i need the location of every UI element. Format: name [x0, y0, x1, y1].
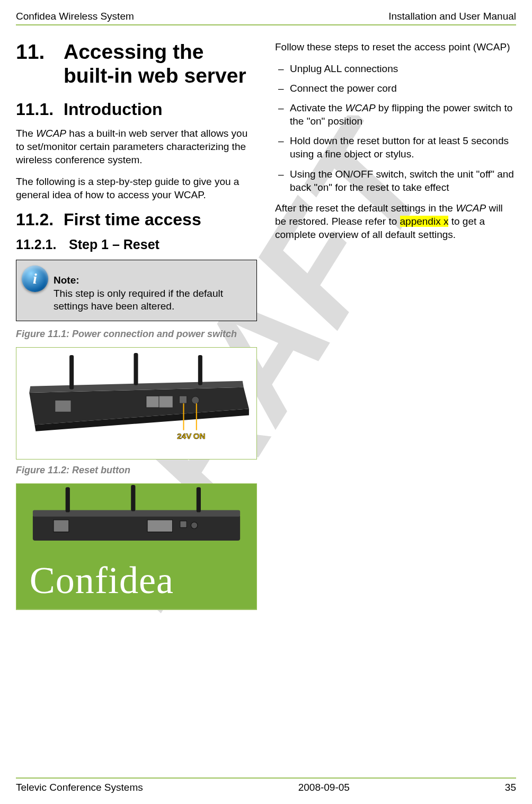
svg-rect-3 [134, 353, 138, 385]
svg-rect-16 [131, 485, 135, 511]
svg-rect-5 [55, 400, 71, 412]
reset-steps-list: – Unplug ALL connections – Connect the p… [275, 62, 516, 194]
figure-11-2-image: Confidea [16, 483, 257, 610]
right-column: Follow these steps to reset the access p… [275, 40, 516, 615]
heading-11-2: 11.2. First time access [16, 210, 257, 229]
svg-point-21 [191, 522, 197, 528]
svg-rect-18 [54, 520, 69, 532]
page-footer: Televic Conference Systems 2008-09-05 35 [16, 778, 516, 793]
heading-11: 11. Accessing the built-in web server [16, 40, 257, 88]
appendix-highlight: appendix x [400, 216, 449, 227]
svg-rect-17 [197, 488, 201, 513]
header-right: Installation and User Manual [388, 11, 516, 22]
list-item: – Unplug ALL connections [275, 62, 516, 75]
svg-point-9 [192, 396, 199, 404]
footer-right: 35 [505, 782, 516, 793]
footer-left: Televic Conference Systems [16, 782, 143, 793]
heading-11-1: 11.1. Introduction [16, 100, 257, 119]
list-item: – Connect the power cord [275, 82, 516, 95]
intro-paragraph-2: The following is a step-by-step guide to… [16, 175, 257, 201]
confidea-logo-text: Confidea [30, 559, 174, 602]
svg-rect-15 [66, 488, 70, 513]
svg-rect-4 [198, 355, 202, 385]
header-left: Confidea Wireless System [16, 11, 134, 22]
figure-11-1-image: 24V ON [16, 347, 257, 460]
list-item: – Using the ON/OFF switch, switch the un… [275, 167, 516, 194]
list-item: – Activate the WCAP by flipping the powe… [275, 101, 516, 128]
figure-11-1-caption: Figure 11.1: Power connection and power … [16, 329, 257, 340]
after-reset-paragraph: After the reset the default settings in … [275, 201, 516, 241]
reset-intro: Follow these steps to reset the access p… [275, 40, 516, 54]
svg-rect-6 [146, 396, 173, 408]
note-label: Note: [54, 274, 251, 287]
svg-rect-20 [180, 521, 187, 527]
svg-rect-14 [33, 510, 240, 517]
svg-rect-19 [147, 520, 172, 532]
left-column: 11. Accessing the built-in web server 11… [16, 40, 257, 615]
intro-paragraph-1: The WCAP has a built-in web server that … [16, 127, 257, 166]
page-header: Confidea Wireless System Installation an… [16, 11, 516, 25]
figure-11-2-caption: Figure 11.2: Reset button [16, 465, 257, 476]
footer-center: 2008-09-05 [298, 782, 350, 793]
label-24v: 24V [177, 431, 191, 440]
note-box: i Note: This step is only required if th… [16, 260, 257, 321]
svg-rect-2 [69, 355, 74, 390]
heading-11-2-1: 11.2.1. Step 1 – Reset [16, 237, 257, 252]
svg-rect-8 [179, 396, 187, 403]
info-icon: i [22, 266, 48, 292]
list-item: – Hold down the reset button for at leas… [275, 134, 516, 161]
note-body: This step is only required if the defaul… [54, 288, 223, 312]
label-on: ON [193, 431, 206, 440]
